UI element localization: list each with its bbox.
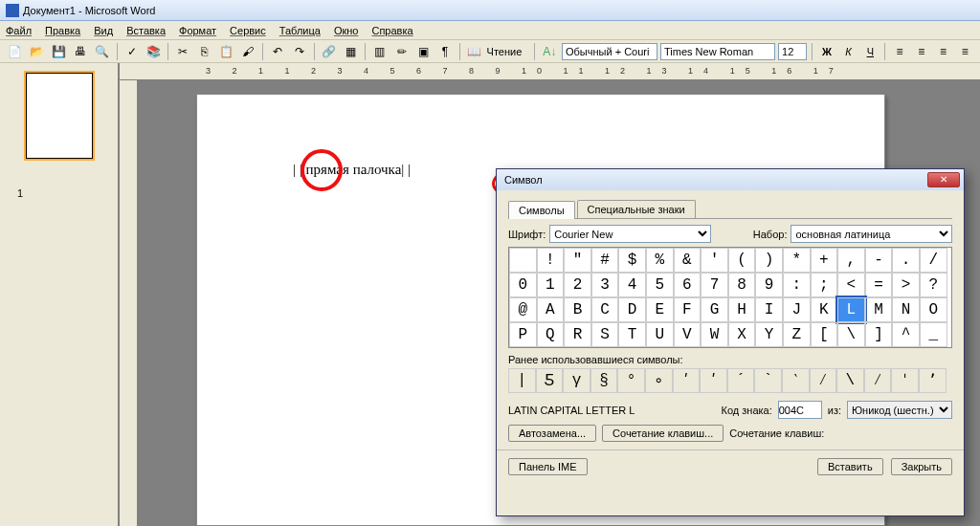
show-icon[interactable]: ¶ <box>435 42 455 61</box>
symbol-cell[interactable]: T <box>618 322 646 347</box>
ime-button[interactable]: Панель IME <box>508 458 588 475</box>
symbol-cell[interactable]: 3 <box>591 273 619 297</box>
menu-table[interactable]: Таблица <box>279 25 321 36</box>
size-combo[interactable] <box>778 43 807 60</box>
menu-help[interactable]: Справка <box>371 25 412 36</box>
symbol-cell[interactable]: D <box>618 297 646 322</box>
symbol-cell[interactable]: F <box>674 297 702 322</box>
symbol-cell[interactable]: 5 <box>646 273 674 297</box>
symbol-cell[interactable]: $ <box>618 248 646 273</box>
italic-icon[interactable]: К <box>839 42 858 61</box>
symbol-cell[interactable]: + <box>811 248 838 273</box>
reading-icon[interactable]: 📖 <box>465 42 484 61</box>
symbol-cell[interactable]: Y <box>755 322 783 347</box>
table-icon[interactable]: ▦ <box>341 42 360 61</box>
recent-symbols[interactable]: |Ƽγ§°∘ʹʹ´`‵⁄\⁄ˈʼ <box>508 368 952 393</box>
symbol-cell[interactable]: R <box>564 322 591 347</box>
symbol-cell[interactable]: , <box>837 248 865 273</box>
symbol-cell[interactable]: U <box>646 322 674 347</box>
style-icon[interactable]: A↓ <box>540 42 559 61</box>
paste-icon[interactable]: 📋 <box>217 42 236 61</box>
recent-symbol-cell[interactable]: ˈ <box>891 368 919 393</box>
redo-icon[interactable]: ↷ <box>290 42 309 61</box>
font-select[interactable]: Courier New <box>549 225 711 243</box>
symbol-cell[interactable]: O <box>920 297 947 322</box>
horizontal-ruler[interactable]: 3 2 1 1 2 3 4 5 6 7 8 9 10 11 12 13 14 1… <box>120 63 980 79</box>
symbol-cell[interactable]: ^ <box>892 322 920 347</box>
symbol-cell[interactable]: " <box>564 248 591 273</box>
symbol-cell[interactable]: ; <box>811 273 838 297</box>
symbol-cell[interactable]: Q <box>537 322 565 347</box>
symbol-cell[interactable] <box>509 248 537 273</box>
preview-icon[interactable]: 🔍 <box>93 42 112 61</box>
symbol-cell[interactable]: * <box>783 248 811 273</box>
close-icon[interactable]: ✕ <box>927 172 960 187</box>
from-select[interactable]: Юникод (шестн.) <box>847 401 952 419</box>
spell-icon[interactable]: ✓ <box>122 42 142 61</box>
recent-symbol-cell[interactable]: ´ <box>727 368 755 393</box>
symbol-cell[interactable]: > <box>892 273 920 297</box>
document-text[interactable]: | | прямая палочка| | <box>293 162 411 177</box>
vertical-ruler[interactable] <box>120 80 137 526</box>
symbol-cell[interactable]: N <box>892 297 920 322</box>
symbol-cell[interactable]: ] <box>865 322 893 347</box>
symbol-grid[interactable]: !"#$%&'()*+,-./0123456789:;<=>?@ABCDEFGH… <box>508 247 952 348</box>
symbol-cell[interactable]: H <box>728 297 756 322</box>
symbol-cell[interactable]: # <box>591 248 619 273</box>
symbol-cell[interactable]: W <box>701 322 728 347</box>
close-button[interactable]: Закрыть <box>891 458 952 475</box>
autocorrect-button[interactable]: Автозамена... <box>508 425 596 442</box>
symbol-cell[interactable]: I <box>755 297 783 322</box>
tab-special[interactable]: Специальные знаки <box>577 200 696 218</box>
print-icon[interactable]: 🖶 <box>71 42 90 61</box>
recent-symbol-cell[interactable]: \ <box>836 368 864 393</box>
symbol-cell[interactable]: \ <box>837 322 865 347</box>
symbol-cell[interactable]: V <box>674 322 702 347</box>
set-select[interactable]: основная латиница <box>791 225 952 243</box>
symbol-cell[interactable]: S <box>591 322 619 347</box>
font-combo[interactable] <box>660 43 775 60</box>
open-icon[interactable]: 📂 <box>28 42 47 61</box>
page-thumbnail[interactable] <box>26 73 93 159</box>
symbol-cell[interactable]: 6 <box>674 273 702 297</box>
dialog-titlebar[interactable]: Символ ✕ <box>497 169 964 190</box>
drawing-icon[interactable]: ✏ <box>392 42 412 61</box>
symbol-cell[interactable]: 4 <box>618 273 646 297</box>
symbol-cell[interactable]: ? <box>920 273 947 297</box>
symbol-cell[interactable]: @ <box>509 297 537 322</box>
symbol-cell[interactable]: < <box>837 273 865 297</box>
symbol-cell[interactable]: J <box>783 297 811 322</box>
symbol-cell[interactable]: 7 <box>701 273 728 297</box>
recent-symbol-cell[interactable]: ` <box>754 368 782 393</box>
format-painter-icon[interactable]: 🖌 <box>238 42 257 61</box>
recent-symbol-cell[interactable]: ∘ <box>645 368 673 393</box>
save-icon[interactable]: 💾 <box>49 42 68 61</box>
symbol-cell[interactable]: M <box>865 297 893 322</box>
symbol-cell[interactable]: K <box>811 297 838 322</box>
align-left-icon[interactable]: ≡ <box>890 42 909 61</box>
symbol-cell[interactable]: 0 <box>509 273 537 297</box>
recent-symbol-cell[interactable]: ° <box>617 368 645 393</box>
recent-symbol-cell[interactable]: ʹ <box>673 368 701 393</box>
symbol-cell[interactable]: A <box>537 297 565 322</box>
map-icon[interactable]: ▣ <box>413 42 433 61</box>
code-input[interactable] <box>778 401 822 419</box>
symbol-cell[interactable]: ! <box>537 248 565 273</box>
recent-symbol-cell[interactable]: ‵ <box>782 368 810 393</box>
menu-insert[interactable]: Вставка <box>126 25 166 36</box>
symbol-cell[interactable]: P <box>509 322 537 347</box>
cut-icon[interactable]: ✂ <box>173 42 192 61</box>
recent-symbol-cell[interactable]: § <box>590 368 618 393</box>
style-combo[interactable] <box>562 43 657 60</box>
symbol-cell[interactable]: . <box>892 248 920 273</box>
underline-icon[interactable]: Ч <box>860 42 880 61</box>
align-center-icon[interactable]: ≡ <box>912 42 931 61</box>
recent-symbol-cell[interactable]: | <box>508 368 536 393</box>
recent-symbol-cell[interactable]: Ƽ <box>536 368 564 393</box>
align-right-icon[interactable]: ≡ <box>934 42 953 61</box>
tab-symbols[interactable]: Символы <box>508 201 575 219</box>
menu-view[interactable]: Вид <box>94 25 113 36</box>
research-icon[interactable]: 📚 <box>144 42 163 61</box>
symbol-cell[interactable]: [ <box>811 322 838 347</box>
symbol-cell[interactable]: - <box>865 248 893 273</box>
